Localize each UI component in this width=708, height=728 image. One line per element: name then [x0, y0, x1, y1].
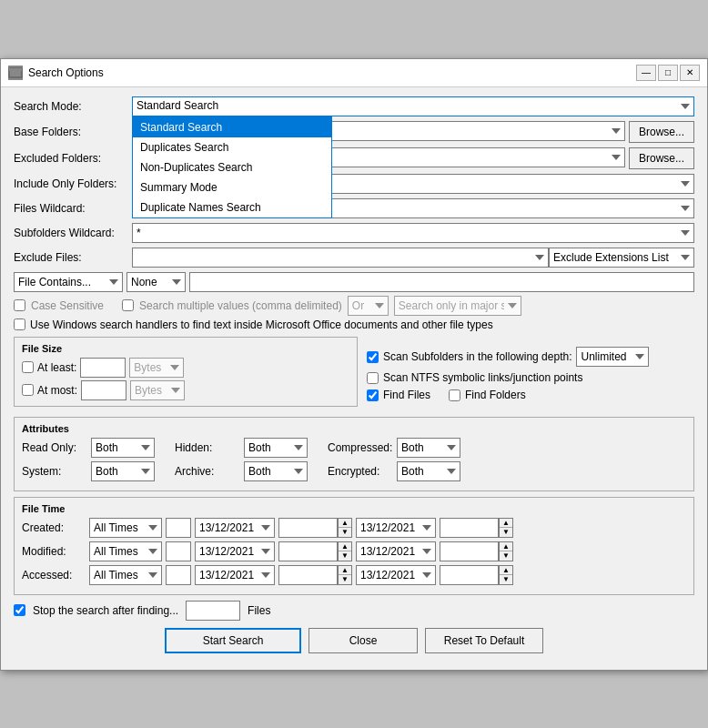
- hidden-select[interactable]: Both: [244, 438, 308, 458]
- file-contains-type-select[interactable]: File Contains...: [14, 272, 123, 292]
- accessed-time2-up[interactable]: ▲: [500, 566, 512, 576]
- search-mode-option-summary[interactable]: Summary Mode: [133, 177, 331, 197]
- at-least-unit-select[interactable]: Bytes: [129, 358, 184, 378]
- windows-search-row: Use Windows search handlers to find text…: [14, 318, 694, 331]
- search-mode-option-duplicates[interactable]: Duplicates Search: [133, 137, 331, 157]
- excluded-folders-browse-button[interactable]: Browse...: [629, 147, 694, 169]
- modified-time2-input[interactable]: 16:43:17: [440, 541, 499, 561]
- created-time1-input[interactable]: 16:43:17: [278, 518, 338, 538]
- created-time2-down[interactable]: ▼: [500, 528, 512, 537]
- file-size-title: File Size: [22, 343, 349, 354]
- file-size-section: File Size At least: 0 Bytes At most: 100…: [14, 337, 358, 407]
- search-options-window: Search Options — □ ✕ Search Mode: Standa…: [0, 58, 708, 671]
- modified-num-input[interactable]: 1: [166, 541, 191, 561]
- at-most-value-input[interactable]: 1000: [81, 380, 126, 400]
- scan-ntfs-checkbox[interactable]: [367, 372, 379, 384]
- read-only-select[interactable]: Both: [91, 438, 155, 458]
- created-time1-spin-btns: ▲ ▼: [338, 518, 352, 538]
- subfolders-wildcard-select[interactable]: *: [132, 223, 694, 243]
- accessed-time1-up[interactable]: ▲: [339, 566, 351, 576]
- exclude-files-row: Exclude Files: Exclude Extensions List: [14, 248, 694, 268]
- created-type-select[interactable]: All Times: [89, 518, 162, 538]
- scan-subfolders-label: Scan Subfolders in the following depth:: [383, 350, 571, 363]
- search-mode-input[interactable]: Standard Search: [132, 96, 694, 116]
- created-time2-up[interactable]: ▲: [500, 519, 512, 529]
- at-least-checkbox[interactable]: [22, 361, 34, 373]
- modified-time1-up[interactable]: ▲: [339, 542, 351, 552]
- windows-search-label: Use Windows search handlers to find text…: [30, 318, 493, 331]
- base-folders-browse-button[interactable]: Browse...: [629, 121, 694, 143]
- scan-subfolders-row: Scan Subfolders in the following depth: …: [367, 347, 694, 367]
- close-window-button[interactable]: ✕: [680, 65, 700, 81]
- modified-date2-select[interactable]: 13/12/2021: [356, 541, 436, 561]
- search-mode-option-non-duplicates[interactable]: Non-Duplicates Search: [133, 157, 331, 177]
- or-select[interactable]: Or: [348, 296, 389, 316]
- accessed-time1-down[interactable]: ▼: [339, 575, 351, 584]
- case-sensitive-checkbox[interactable]: [14, 299, 25, 311]
- archive-select[interactable]: Both: [244, 461, 308, 481]
- read-only-label: Read Only:: [22, 441, 86, 454]
- encrypted-select[interactable]: Both: [397, 461, 460, 481]
- file-contains-text-input[interactable]: [189, 272, 694, 292]
- accessed-time2-input[interactable]: 16:43:17: [440, 565, 499, 585]
- accessed-time1-input[interactable]: 16:43:17: [278, 565, 338, 585]
- find-files-label: Find Files: [383, 389, 430, 401]
- search-multiple-checkbox[interactable]: [122, 299, 134, 311]
- file-contains-none-select[interactable]: None: [126, 272, 186, 292]
- accessed-time2-spin-btns: ▲ ▼: [499, 565, 513, 585]
- stream-select[interactable]: Search only in major stre...: [394, 296, 521, 316]
- find-files-checkbox[interactable]: [367, 389, 379, 401]
- reset-button[interactable]: Reset To Default: [425, 628, 543, 653]
- modified-time2-up[interactable]: ▲: [500, 542, 512, 552]
- file-time-section: File Time Created: All Times 1 13/12/202…: [14, 497, 694, 595]
- accessed-time2-down[interactable]: ▼: [500, 575, 512, 584]
- accessed-row: Accessed: All Times 1 13/12/2021 16:43:1…: [22, 565, 686, 585]
- created-date1-select[interactable]: 13/12/2021: [195, 518, 275, 538]
- at-most-checkbox[interactable]: [22, 384, 34, 396]
- created-time1-up[interactable]: ▲: [339, 519, 351, 529]
- modified-type-select[interactable]: All Times: [89, 541, 162, 561]
- include-only-folders-label: Include Only Folders:: [14, 177, 132, 190]
- stop-search-checkbox[interactable]: [14, 604, 25, 616]
- search-mode-option-standard[interactable]: Standard Search: [133, 117, 331, 137]
- base-folders-label: Base Folders:: [14, 126, 132, 138]
- encrypted-label: Encrypted:: [328, 465, 391, 478]
- system-select[interactable]: Both: [91, 461, 155, 481]
- created-time2-spin-btns: ▲ ▼: [499, 518, 513, 538]
- maximize-button[interactable]: □: [658, 65, 678, 81]
- search-mode-option-dup-names[interactable]: Duplicate Names Search: [133, 197, 331, 217]
- exclude-files-label: Exclude Files:: [14, 251, 132, 264]
- modified-time2-down[interactable]: ▼: [500, 551, 512, 561]
- size-scan-row: File Size At least: 0 Bytes At most: 100…: [14, 337, 694, 412]
- titlebar-buttons: — □ ✕: [636, 65, 700, 81]
- hidden-label: Hidden:: [175, 441, 238, 454]
- created-date2-select[interactable]: 13/12/2021: [356, 518, 436, 538]
- at-most-unit-select[interactable]: Bytes: [130, 380, 185, 400]
- modified-time1-down[interactable]: ▼: [339, 551, 351, 561]
- start-search-button[interactable]: Start Search: [165, 628, 301, 653]
- accessed-date2-select[interactable]: 13/12/2021: [356, 565, 436, 585]
- file-time-title: File Time: [22, 503, 686, 514]
- windows-search-checkbox[interactable]: [14, 318, 25, 330]
- attributes-title: Attributes: [22, 423, 686, 434]
- scan-depth-select[interactable]: Unlimited: [576, 347, 649, 367]
- accessed-type-select[interactable]: All Times: [89, 565, 162, 585]
- modified-time1-spin: 16:43:17 ▲ ▼: [278, 541, 352, 561]
- exclude-files-select[interactable]: [132, 248, 549, 268]
- search-mode-row: Search Mode: Standard Search Standard Se…: [14, 96, 694, 116]
- compressed-select[interactable]: Both: [397, 438, 460, 458]
- modified-time1-input[interactable]: 16:43:17: [278, 541, 338, 561]
- at-least-value-input[interactable]: 0: [80, 358, 126, 378]
- modified-date1-select[interactable]: 13/12/2021: [195, 541, 275, 561]
- find-folders-checkbox[interactable]: [449, 389, 460, 401]
- stop-count-input[interactable]: 10000: [186, 601, 240, 621]
- accessed-num-input[interactable]: 1: [166, 565, 191, 585]
- close-button[interactable]: Close: [308, 628, 418, 653]
- created-time1-down[interactable]: ▼: [339, 528, 351, 537]
- created-time2-input[interactable]: 16:43:17: [440, 518, 499, 538]
- scan-subfolders-checkbox[interactable]: [367, 351, 379, 363]
- accessed-date1-select[interactable]: 13/12/2021: [195, 565, 275, 585]
- minimize-button[interactable]: —: [636, 65, 656, 81]
- exclude-extensions-select[interactable]: Exclude Extensions List: [549, 248, 694, 268]
- created-num-input[interactable]: 1: [166, 518, 191, 538]
